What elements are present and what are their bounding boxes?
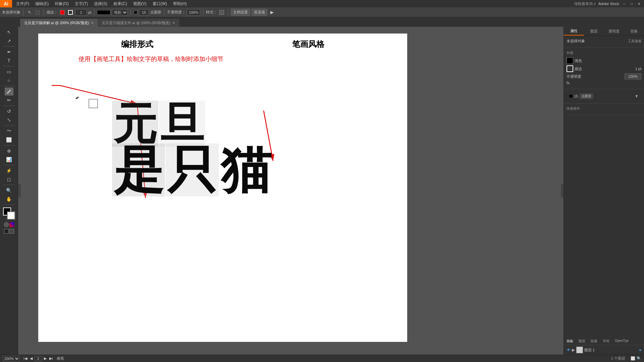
gradient-icon[interactable] [9, 222, 14, 227]
canvas-header: 编排形式 笔画风格 [38, 34, 407, 50]
chart-tool[interactable]: 📊 [5, 156, 13, 164]
selection-tool[interactable]: ↖ [5, 28, 13, 36]
doc-settings-button[interactable]: 文档设置 [231, 9, 250, 16]
menu-effect[interactable]: 效果(C) [111, 0, 130, 7]
menu-view[interactable]: 视图(V) [130, 0, 149, 7]
minimize-button[interactable]: ─ [622, 1, 627, 6]
direct-selection-icon[interactable]: ⬚ [34, 9, 41, 16]
stroke-width-input[interactable] [75, 9, 87, 16]
rotate-tool[interactable]: ↺ [5, 107, 13, 115]
char-mao-bg: 猫 [219, 143, 272, 196]
pencil-tool[interactable]: ✏ [5, 96, 13, 104]
page-last-button[interactable]: ▶| [48, 356, 54, 361]
color-mode-icon[interactable] [4, 229, 9, 234]
panel-collapse-handle[interactable] [18, 184, 21, 197]
screen-mode-icon[interactable] [9, 229, 14, 234]
text-tool[interactable]: T [5, 57, 13, 65]
bottombar: 200% 100% 50% |◀ ◀ ▶ ▶| 画笔 1 个图层 ⬜ 🔍 [0, 355, 644, 362]
right-panel-tabs: 属性 图层 透明度 变换 [564, 27, 644, 36]
instruction-text: 使用【画笔工具】绘制文字的草稿，绘制时添加小细节 [38, 50, 407, 63]
search-icon[interactable]: 🔍 [637, 356, 641, 361]
tab-0[interactable]: 元旦是只猫讲解.ai @ 200% (RGB/预览) ✕ [20, 19, 98, 27]
background-color[interactable] [7, 212, 15, 220]
stroke-type-select[interactable]: 等距 [112, 9, 128, 16]
page-first-button[interactable]: |◀ [22, 356, 28, 361]
menu-file[interactable]: 文件(F) [13, 0, 32, 7]
zoom-tool[interactable]: 🔍 [5, 186, 13, 194]
fill-swatch[interactable] [567, 57, 573, 64]
tab-0-close[interactable]: ✕ [91, 21, 94, 25]
stroke-swatch-icon[interactable] [67, 9, 74, 16]
layer-tab-character[interactable]: 字符 [600, 338, 612, 345]
brush-options-icon[interactable]: ▼ [635, 94, 639, 99]
page-next-button[interactable]: ▶ [43, 356, 48, 361]
toolbar-options-icon[interactable]: ▶ [269, 9, 275, 16]
app-title: 传统基本功 v [574, 1, 596, 6]
menu-select[interactable]: 选择(S) [91, 0, 110, 7]
shape-builder-tool[interactable]: ⊕ [5, 147, 13, 155]
tab-1-close[interactable]: ✕ [172, 21, 175, 25]
menu-items: 文件(F) 编辑(E) 对象(O) 文字(T) 选择(S) 效果(C) 视图(V… [12, 0, 191, 7]
menu-edit[interactable]: 编辑(E) [33, 0, 51, 7]
stroke-swatch[interactable] [567, 65, 573, 72]
layer-tab-layers[interactable]: 图层 [576, 338, 588, 345]
paintbrush-tool[interactable] [5, 87, 13, 96]
stroke-color-icon[interactable] [59, 9, 66, 16]
panel-tab-transparency[interactable]: 透明度 [604, 27, 624, 36]
selection-tool-icon[interactable]: ↖ [26, 9, 33, 16]
menu-text[interactable]: 文字(T) [72, 0, 91, 7]
close-button[interactable]: ✕ [637, 1, 641, 6]
slice-tool[interactable]: ⚡ [5, 167, 13, 175]
stroke-unit-label: pt [88, 10, 91, 14]
brush-section: 15 点圆形 ▼ [564, 89, 644, 104]
panel-tab-transform[interactable]: 变换 [624, 27, 644, 36]
artboard-icon[interactable]: ⬜ [631, 356, 635, 361]
layer-tab-boards[interactable]: 画板 [564, 338, 576, 345]
opacity-right-input[interactable] [625, 73, 641, 79]
panel-spacer [564, 115, 644, 338]
adobe-stock-link[interactable]: Adobe Stock [598, 2, 619, 6]
panel-tab-properties[interactable]: 属性 [564, 27, 584, 36]
art-row-2: 是 只 猫 [112, 143, 272, 196]
menu-window[interactable]: 窗口(W) [150, 0, 170, 7]
layer-visibility-icon[interactable]: 👁 [567, 348, 571, 352]
menu-object[interactable]: 对象(O) [52, 0, 71, 7]
tool-sep-8 [3, 185, 15, 185]
brush-circle-preview [133, 10, 138, 14]
direct-selection-tool[interactable]: ↗ [5, 37, 13, 45]
menu-help[interactable]: 帮助(H) [170, 0, 190, 7]
pen-tool[interactable]: ✒ [5, 48, 13, 56]
warp-tool[interactable]: 〜 [5, 127, 13, 135]
page-number-input[interactable] [34, 356, 42, 361]
ellipse-tool[interactable]: ○ [5, 76, 13, 84]
opacity-input[interactable] [187, 9, 200, 16]
layer-name: 图层 1 [584, 348, 595, 353]
color-selector[interactable] [3, 207, 15, 220]
canvas-area[interactable]: 编排形式 笔画风格 使用【画笔工具】绘制文字的草稿，绘制时添加小细节 ✒ [18, 27, 564, 355]
none-fill-icon[interactable] [4, 222, 9, 227]
tab-1[interactable]: 元旦是只猫源文件.ai @ 100% (RGB/预览) ✕ [98, 19, 179, 27]
maximize-button[interactable]: □ [629, 1, 634, 6]
zoom-select[interactable]: 200% 100% 50% [3, 356, 20, 362]
eraser-tool[interactable]: ◻ [5, 175, 13, 183]
no-selection-row: 未选择对象 工具选项 [567, 39, 641, 44]
style-swatch-icon[interactable] [218, 9, 225, 16]
page-nav: |◀ ◀ ▶ ▶| [22, 356, 54, 361]
tool-sep-9 [3, 204, 15, 205]
scale-tool[interactable]: ⤡ [5, 116, 13, 124]
layer-tab-paragraph[interactable]: 段落 [588, 338, 600, 345]
page-prev-button[interactable]: ◀ [29, 356, 34, 361]
layer-expand-icon[interactable]: ▶ [572, 348, 575, 352]
layer-tab-opentype[interactable]: OpenTyp [612, 338, 631, 345]
brush-size-input[interactable] [139, 9, 149, 16]
toolbar-separator-7 [228, 9, 228, 16]
hand-tool[interactable]: ✋ [5, 195, 13, 203]
char-shi: 是 [113, 145, 164, 195]
brush-type-right: 点圆形 [579, 93, 593, 99]
main-area: ↖ ↗ ✒ T ▭ ○ ✏ ↺ ⤡ 〜 ⬜ ⊕ 📊 ⚡ ◻ 🔍 ✋ [0, 27, 644, 355]
panel-tab-layers[interactable]: 图层 [584, 27, 604, 36]
first-select-button[interactable]: 首选项 [252, 9, 267, 16]
right-panel-collapse-handle[interactable] [561, 184, 564, 197]
rectangle-tool[interactable]: ▭ [5, 68, 13, 76]
free-transform-tool[interactable]: ⬜ [5, 136, 13, 144]
